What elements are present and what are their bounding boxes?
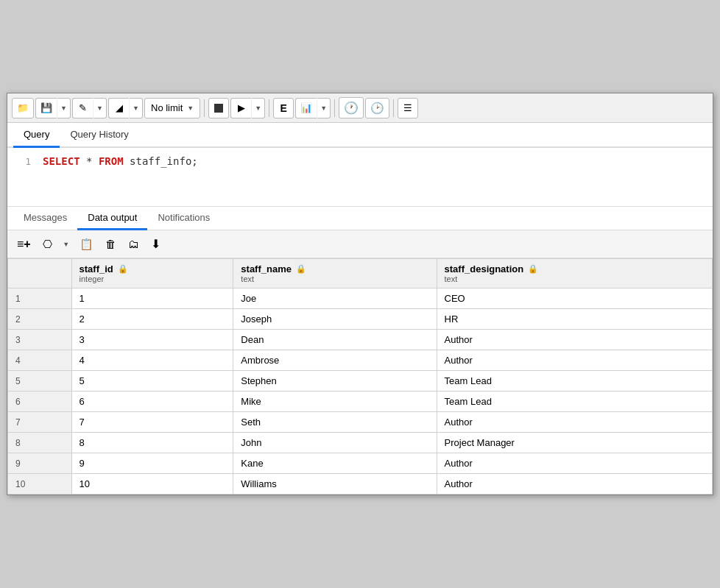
cell-staff-id: 8 [71, 433, 233, 453]
tab-notifications[interactable]: Notifications [147, 207, 220, 230]
col-header-staff-designation: staff_designation text 🔒 [437, 259, 712, 288]
run-button[interactable]: ▶ [230, 98, 251, 118]
download-icon: ⬇ [151, 237, 160, 251]
commit-button[interactable]: 🕐 [339, 97, 364, 118]
no-limit-dropdown[interactable]: No limit ▼ [144, 98, 200, 118]
edit-group: ✎ ▼ [72, 98, 107, 118]
table-row[interactable]: 9 9 Kane Author [8, 453, 713, 474]
edit-button[interactable]: ✎ [72, 98, 93, 118]
row-header-empty [8, 259, 72, 288]
cell-staff-designation: Team Lead [437, 371, 712, 392]
chart-dropdown-button[interactable]: ▼ [317, 98, 331, 118]
filter-group: ◢ ▼ [108, 98, 143, 118]
cell-staff-name: Mike [233, 392, 437, 412]
keyword-select: SELECT [43, 155, 80, 167]
tab-data-output[interactable]: Data output [77, 207, 147, 230]
cell-staff-id: 3 [71, 330, 233, 350]
add-row-button[interactable]: ≡+ [12, 235, 36, 254]
no-limit-label: No limit [151, 102, 183, 113]
chart-group: 📊 ▼ [295, 98, 331, 118]
tab-messages[interactable]: Messages [13, 207, 77, 230]
cell-staff-name: Ambrose [233, 350, 437, 371]
paste-button[interactable]: 📋 [74, 235, 99, 254]
results-toolbar: ≡+ ⎔ ▼ 📋 🗑 🗂 ⬇ [7, 230, 713, 258]
download-button[interactable]: ⬇ [146, 234, 166, 254]
filter-icon: ◢ [116, 102, 123, 113]
query-text[interactable]: SELECT * FROM staff_info; [43, 155, 704, 199]
commit-icon: 🕐 [344, 101, 359, 115]
table-row[interactable]: 1 1 Joe CEO [8, 288, 713, 309]
sep3 [334, 99, 335, 117]
edit-icon: ✎ [79, 102, 87, 113]
table-row[interactable]: 10 10 Williams Author [8, 474, 713, 495]
row-num: 1 [8, 288, 72, 309]
tab-query[interactable]: Query [13, 123, 60, 148]
explain-icon: E [280, 102, 287, 114]
tab-query-history[interactable]: Query History [60, 123, 138, 148]
lock-icon-staff-id: 🔒 [118, 264, 128, 274]
save-dropdown-button[interactable]: ▼ [57, 98, 71, 118]
data-table-wrapper: staff_id integer 🔒 staff_name text [7, 258, 713, 495]
filter-dropdown-button[interactable]: ▼ [130, 98, 143, 118]
cell-staff-name: Dean [233, 330, 437, 350]
paste-icon: 📋 [80, 238, 93, 251]
table-row[interactable]: 4 4 Ambrose Author [8, 350, 713, 371]
col-header-staff-name: staff_name text 🔒 [233, 259, 437, 288]
row-num: 3 [8, 330, 72, 350]
cell-staff-designation: Author [437, 330, 712, 350]
table-row[interactable]: 8 8 John Project Manager [8, 433, 713, 453]
stop-button[interactable] [208, 98, 229, 118]
add-row-icon: ≡+ [17, 238, 31, 251]
folder-button[interactable]: 📁 [12, 98, 34, 118]
cell-staff-id: 2 [71, 309, 233, 330]
stop-icon [214, 104, 223, 113]
cell-staff-designation: CEO [437, 288, 712, 309]
line-number: 1 [16, 155, 31, 199]
run-dropdown-button[interactable]: ▼ [252, 98, 265, 118]
save-button[interactable]: 💾 [35, 98, 57, 118]
cell-staff-id: 9 [71, 453, 233, 474]
toolbar: 📁 💾 ▼ ✎ ▼ ◢ ▼ [7, 93, 713, 123]
table-row[interactable]: 5 5 Stephen Team Lead [8, 371, 713, 392]
filter-data-icon: 🗂 [128, 238, 139, 250]
results-tab-bar: Messages Data output Notifications [7, 207, 713, 230]
table-row[interactable]: 2 2 Joseph HR [8, 309, 713, 330]
table-row[interactable]: 7 7 Seth Author [8, 412, 713, 433]
chart-button[interactable]: 📊 [295, 98, 317, 118]
cell-staff-id: 4 [71, 350, 233, 371]
cell-staff-name: Seth [233, 412, 437, 433]
no-limit-chevron-icon: ▼ [187, 105, 194, 112]
copy-dropdown-button[interactable]: ▼ [60, 235, 73, 254]
cell-staff-name: Joseph [233, 309, 437, 330]
run-icon: ▶ [238, 102, 245, 113]
row-num: 8 [8, 433, 72, 453]
table-row[interactable]: 6 6 Mike Team Lead [8, 392, 713, 412]
rollback-button[interactable]: 🕑 [365, 98, 389, 118]
cell-staff-id: 7 [71, 412, 233, 433]
cell-staff-name: John [233, 433, 437, 453]
table-row[interactable]: 3 3 Dean Author [8, 330, 713, 350]
explain-button[interactable]: E [273, 98, 294, 118]
run-group: ▶ ▼ [230, 98, 265, 118]
row-num: 6 [8, 392, 72, 412]
cell-staff-id: 5 [71, 371, 233, 392]
query-editor[interactable]: 1 SELECT * FROM staff_info; [7, 148, 713, 207]
filter-button[interactable]: ◢ [108, 98, 129, 118]
sep4 [393, 99, 394, 117]
edit-dropdown-button[interactable]: ▼ [93, 98, 107, 118]
table-name: staff_info; [130, 155, 198, 167]
row-num: 2 [8, 309, 72, 330]
cell-staff-designation: HR [437, 309, 712, 330]
chart-icon: 📊 [300, 102, 312, 113]
keyword-star: * [86, 155, 99, 167]
delete-button[interactable]: 🗑 [100, 235, 121, 254]
copy-icon: ⎔ [43, 238, 52, 251]
row-num: 9 [8, 453, 72, 474]
menu-button[interactable]: ☰ [398, 98, 418, 118]
keyword-from: FROM [99, 155, 124, 167]
cell-staff-designation: Author [437, 350, 712, 371]
filter-data-button[interactable]: 🗂 [123, 235, 144, 254]
main-window: 📁 💾 ▼ ✎ ▼ ◢ ▼ [7, 93, 713, 495]
copy-rows-button[interactable]: ⎔ [38, 235, 58, 254]
cell-staff-name: Stephen [233, 371, 437, 392]
